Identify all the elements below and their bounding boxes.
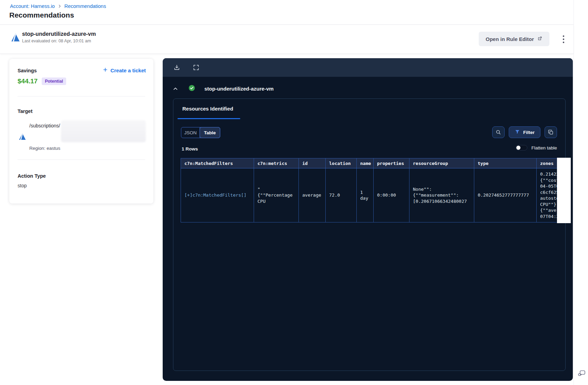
action-type-label: Action Type [18, 173, 46, 179]
view-toggle: JSON Table [181, 127, 220, 138]
tab-active-underline [178, 118, 240, 119]
open-rule-editor-label: Open in Rule Editor [486, 36, 534, 42]
create-ticket-button[interactable]: Create a ticket [103, 67, 146, 73]
col-header-resource-group: resourceGroup [409, 158, 474, 168]
savings-value: $44.17 [18, 77, 38, 85]
download-icon[interactable] [173, 64, 181, 71]
page: Account: Harness.io Recommendations Reco… [0, 0, 588, 385]
chevron-right-icon [58, 4, 62, 8]
view-toggle-json[interactable]: JSON [181, 127, 200, 138]
help-chat-icon[interactable] [578, 369, 586, 377]
panel-toolbar [163, 58, 573, 77]
results-panel: stop-underutilized-azure-vm Resources Id… [163, 58, 573, 381]
cell-properties: 0:00:00 [374, 168, 409, 222]
divider [18, 96, 145, 96]
right-rail-divider [574, 0, 574, 385]
col-header-metrics: c7n:metrics [254, 158, 299, 168]
table-scrollbar-track[interactable] [557, 158, 571, 223]
col-header-zones: zones [537, 158, 559, 168]
tab-resources-identified[interactable]: Resources Identified [182, 106, 233, 112]
plus-icon [103, 67, 108, 73]
more-options-menu[interactable] [559, 34, 568, 44]
collapse-chevron-icon[interactable] [172, 85, 179, 93]
panel-rule-title: stop-underutilized-azure-vm [204, 86, 274, 92]
create-ticket-label: Create a ticket [110, 67, 146, 73]
resources-card: Resources Identified JSON Table Filter [173, 98, 566, 371]
azure-logo-icon [18, 133, 27, 141]
col-header-type: type [474, 158, 537, 168]
breadcrumb-account-link[interactable]: Account: Harness.io [10, 3, 55, 9]
col-header-properties: properties [374, 158, 409, 168]
recommendation-header: stop-underutilized-azure-vm Last evaluat… [0, 25, 574, 54]
view-toggle-table[interactable]: Table [200, 127, 220, 138]
last-evaluated-text: Last evaluated on: 08 Apr, 10:01 am [22, 39, 91, 43]
fullscreen-icon[interactable] [192, 64, 200, 71]
page-title: Recommendations [9, 11, 74, 19]
cell-location: 72.0 [326, 168, 357, 222]
cell-type: 0.20274652777777777 [474, 168, 537, 222]
table-row: [+]c7n:MatchedFilters[] " {""Percentage … [181, 168, 559, 222]
azure-logo-icon [10, 32, 21, 43]
search-button[interactable] [492, 126, 505, 138]
breadcrumb-current-link[interactable]: Recommendations [64, 3, 106, 9]
cell-metrics: " {""Percentage CPU [254, 168, 299, 222]
cell-resource-group: None"": {""measurement"": [0.20671066342… [409, 168, 474, 222]
divider [18, 159, 145, 160]
potential-badge: Potential [42, 77, 66, 85]
flatten-table-toggle[interactable] [516, 145, 527, 150]
external-link-icon [537, 36, 543, 42]
recommendation-summary-card: Savings Create a ticket $44.17 Potential… [9, 59, 153, 204]
breadcrumb: Account: Harness.io Recommendations [10, 3, 106, 9]
filter-label: Filter [523, 130, 535, 135]
target-label: Target [18, 108, 32, 114]
col-header-name: name [357, 158, 374, 168]
resources-table: c7n:MatchedFilters c7n:metrics id locati… [181, 158, 558, 222]
redacted-target-value [61, 120, 146, 142]
cell-matched-filters-expander[interactable]: [+]c7n:MatchedFilters[] [181, 168, 254, 222]
resources-table-container[interactable]: c7n:MatchedFilters c7n:metrics id locati… [181, 158, 558, 222]
target-path: /subscriptions/ [29, 123, 60, 128]
cell-zones: 0.21423 {""cost 04-05T0 c6cf625 autosto … [537, 168, 559, 222]
cell-id: average [299, 168, 326, 222]
funnel-icon [515, 129, 520, 136]
table-header-row: c7n:MatchedFilters c7n:metrics id locati… [181, 158, 559, 168]
copy-icon [548, 129, 554, 135]
savings-label: Savings [18, 68, 37, 73]
col-header-location: location [326, 158, 357, 168]
cell-name: 1 day [357, 168, 374, 222]
success-check-icon [188, 84, 195, 93]
search-icon [495, 129, 501, 135]
copy-button[interactable] [545, 126, 557, 138]
col-header-id: id [299, 158, 326, 168]
recommendation-name: stop-underutilized-azure-vm [22, 31, 96, 37]
filter-button[interactable]: Filter [509, 126, 540, 138]
target-region: Region: eastus [29, 146, 60, 151]
rows-count: 1 Rows [182, 146, 198, 152]
open-rule-editor-button[interactable]: Open in Rule Editor [479, 32, 549, 46]
flatten-table-label: Flatten table [531, 145, 557, 150]
col-header-matched-filters: c7n:MatchedFilters [181, 158, 254, 168]
action-type-value: stop [18, 183, 27, 188]
